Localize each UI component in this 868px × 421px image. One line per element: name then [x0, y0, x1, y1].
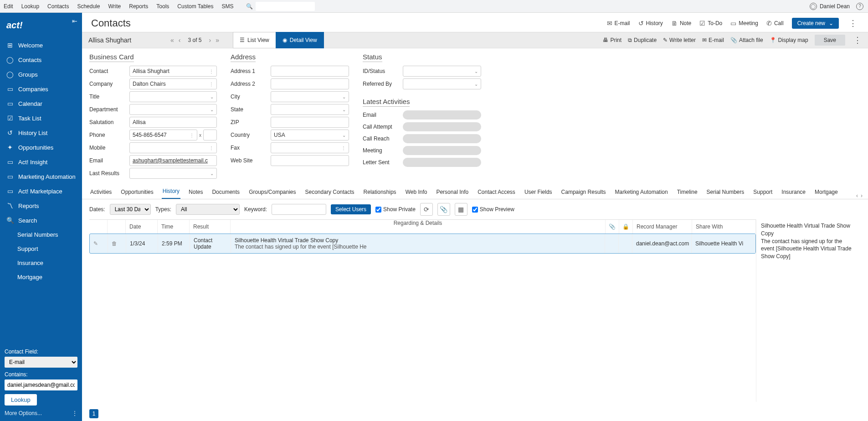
menu-custom-tables[interactable]: Custom Tables: [177, 3, 213, 10]
idstatus-select[interactable]: ⌄: [403, 66, 481, 77]
page-number-1[interactable]: 1: [89, 409, 98, 418]
referredby-select[interactable]: ⌄: [403, 78, 481, 89]
user-chip[interactable]: ◯ Daniel Dean: [810, 3, 850, 10]
tab-contact-access[interactable]: Contact Access: [477, 187, 516, 199]
first-record-icon[interactable]: «: [170, 36, 174, 44]
detail-view-button[interactable]: ◉Detail View: [276, 32, 324, 48]
tabs-prev-icon[interactable]: ‹: [856, 192, 858, 199]
country-select[interactable]: USA⌄: [271, 130, 349, 140]
col-time-header[interactable]: Time: [158, 220, 190, 234]
fax-input[interactable]: ⋮: [271, 142, 349, 153]
col-result-header[interactable]: Result: [190, 220, 231, 234]
tab-secondary-contacts[interactable]: Secondary Contacts: [304, 187, 355, 199]
sidebar-sub-mortgage[interactable]: Mortgage: [0, 270, 82, 284]
email-input[interactable]: ashughart@samplettestemail.c: [129, 155, 217, 166]
company-input[interactable]: Dalton Chairs⋮: [129, 78, 217, 89]
zip-input[interactable]: [271, 117, 349, 128]
next-record-icon[interactable]: ›: [209, 36, 211, 44]
tab-opportunities[interactable]: Opportunities: [120, 187, 154, 199]
col-date-header[interactable]: Date: [126, 220, 158, 234]
tab-history[interactable]: History: [162, 186, 180, 199]
history-row[interactable]: ✎ 🗑 1/3/24 2:59 PM Contact Update Silhou…: [89, 234, 756, 254]
print-button[interactable]: 🖶Print: [603, 37, 621, 43]
sidebar-item-tasklist[interactable]: ☑Task List: [0, 111, 82, 125]
menu-sms[interactable]: SMS: [221, 3, 233, 10]
state-select[interactable]: ⌄: [271, 104, 349, 115]
tab-mortgage[interactable]: Mortgage: [814, 187, 839, 199]
action-email[interactable]: ✉E-mail: [607, 20, 630, 27]
phone-ext-input[interactable]: [203, 130, 217, 140]
action-meeting[interactable]: ▭Meeting: [730, 20, 758, 27]
address1-input[interactable]: [271, 66, 349, 77]
sidebar-collapse-icon[interactable]: ⇤: [72, 17, 77, 25]
sidebar-item-welcome[interactable]: ⊞Welcome: [0, 38, 82, 52]
save-button[interactable]: Save: [815, 35, 845, 46]
action-note[interactable]: 🗎Note: [671, 20, 691, 27]
attach-filter-button[interactable]: 📎: [437, 203, 450, 216]
tabs-next-icon[interactable]: ›: [861, 192, 863, 199]
tab-timeline[interactable]: Timeline: [676, 187, 699, 199]
sidebar-item-historylist[interactable]: ↺History List: [0, 125, 82, 140]
menu-lookup[interactable]: Lookup: [21, 3, 39, 10]
duplicate-button[interactable]: ⧉Duplicate: [628, 37, 657, 43]
sidebar-item-groups[interactable]: ◯Groups: [0, 67, 82, 82]
contact-input[interactable]: Allisa Shughart⋮: [129, 66, 217, 77]
show-preview-checkbox[interactable]: [472, 207, 478, 213]
tab-marketing-automation[interactable]: Marketing Automation: [614, 187, 669, 199]
prev-record-icon[interactable]: ‹: [179, 36, 181, 44]
sidebar-sub-insurance[interactable]: Insurance: [0, 256, 82, 270]
tab-relationships[interactable]: Relationships: [363, 187, 397, 199]
list-view-button[interactable]: ☰List View: [233, 32, 276, 48]
address2-input[interactable]: [271, 78, 349, 89]
calendar-filter-button[interactable]: ▦: [455, 203, 467, 216]
sidebar-item-contacts[interactable]: ◯Contacts: [0, 52, 82, 67]
title-select[interactable]: ⌄: [129, 91, 217, 102]
tab-notes[interactable]: Notes: [188, 187, 204, 199]
tab-support[interactable]: Support: [752, 187, 773, 199]
record-kebab-icon[interactable]: ⋮: [852, 35, 863, 45]
tab-user-fields[interactable]: User Fields: [524, 187, 553, 199]
action-history[interactable]: ↺History: [638, 20, 663, 27]
sidebar-item-companies[interactable]: ▭Companies: [0, 82, 82, 96]
global-search-input[interactable]: [256, 2, 315, 11]
col-share-header[interactable]: Share With: [692, 220, 756, 234]
sidebar-sub-serial[interactable]: Serial Numbers: [0, 228, 82, 242]
contains-input[interactable]: [5, 379, 77, 390]
tab-insurance[interactable]: Insurance: [781, 187, 806, 199]
tab-activities[interactable]: Activities: [89, 187, 113, 199]
tab-web-info[interactable]: Web Info: [405, 187, 428, 199]
menu-tools[interactable]: Tools: [156, 3, 169, 10]
sidebar-item-marketing[interactable]: ▭Marketing Automation: [0, 169, 82, 184]
phone-input[interactable]: 545-865-6547⋮: [129, 130, 197, 140]
tab-campaign-results[interactable]: Campaign Results: [560, 187, 607, 199]
refresh-button[interactable]: ⟳: [420, 203, 433, 216]
tab-documents[interactable]: Documents: [211, 187, 241, 199]
display-map-button[interactable]: 📍Display map: [770, 37, 808, 43]
show-private-checkbox[interactable]: [375, 207, 381, 213]
menu-schedule[interactable]: Schedule: [77, 3, 100, 10]
lastresults-select[interactable]: ⌄: [129, 168, 217, 179]
sidebar-item-marketplace[interactable]: ▭Act! Marketplace: [0, 184, 82, 198]
action-call[interactable]: ✆Call: [766, 20, 784, 27]
sidebar-item-opportunities[interactable]: ✦Opportunities: [0, 140, 82, 155]
attach-file-button[interactable]: 📎Attach file: [730, 37, 763, 43]
page-kebab-icon[interactable]: ⋮: [847, 18, 859, 28]
more-options-kebab-icon[interactable]: ⋮: [72, 410, 77, 416]
delete-row-icon[interactable]: 🗑: [112, 240, 117, 247]
help-icon[interactable]: ?: [856, 3, 863, 10]
last-record-icon[interactable]: »: [216, 36, 219, 44]
menu-write[interactable]: Write: [108, 3, 121, 10]
contact-field-select[interactable]: E-mail: [5, 357, 77, 368]
menu-edit[interactable]: Edit: [4, 3, 13, 10]
more-options-link[interactable]: More Options...: [5, 410, 42, 416]
sidebar-item-reports[interactable]: 〽Reports: [0, 198, 82, 213]
salutation-input[interactable]: Allisa: [129, 117, 217, 128]
city-select[interactable]: ⌄: [271, 91, 349, 102]
sidebar-sub-support[interactable]: Support: [0, 242, 82, 256]
tab-personal-info[interactable]: Personal Info: [435, 187, 469, 199]
menu-reports[interactable]: Reports: [129, 3, 148, 10]
col-regarding-header[interactable]: Regarding & Details: [231, 220, 606, 234]
dates-select[interactable]: Last 30 Days: [110, 204, 151, 215]
sidebar-item-insight[interactable]: ▭Act! Insight: [0, 155, 82, 169]
write-letter-button[interactable]: ✎Write letter: [663, 37, 696, 43]
